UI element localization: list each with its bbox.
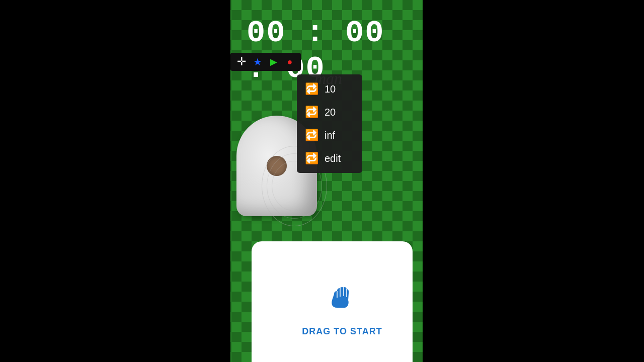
toolbar: ✛ ★ ▶ ●	[230, 53, 301, 71]
record-button[interactable]: ●	[283, 55, 297, 69]
repeat-icon-edit: 🔁	[305, 152, 318, 165]
repeat-icon-inf: 🔁	[305, 129, 318, 142]
right-black-panel	[423, 0, 644, 362]
move-icon: ✛	[237, 55, 246, 68]
play-icon: ▶	[270, 56, 277, 67]
lower-panel: DRAG TO START	[252, 241, 413, 362]
record-icon: ●	[287, 57, 293, 67]
menu-item-edit[interactable]: 🔁 edit	[297, 147, 362, 170]
star-button[interactable]: ★	[251, 55, 265, 69]
main-screen: 00 : 00 : 00 ✛ ★ ▶ ● man 🔁 10 🔁 20 🔁 inf	[221, 0, 423, 362]
hand-icon	[327, 285, 357, 321]
left-black-panel	[0, 0, 221, 362]
star-icon: ★	[253, 56, 262, 68]
repeat-icon-20: 🔁	[305, 106, 318, 119]
menu-item-20[interactable]: 🔁 20	[297, 101, 362, 124]
move-button[interactable]: ✛	[234, 55, 249, 69]
menu-label-edit: edit	[325, 153, 341, 164]
menu-label-20: 20	[325, 107, 336, 118]
menu-item-10[interactable]: 🔁 10	[297, 77, 362, 101]
repeat-icon-10: 🔁	[305, 82, 318, 96]
menu-label-inf: inf	[325, 130, 335, 141]
dropdown-menu: 🔁 10 🔁 20 🔁 inf 🔁 edit	[297, 74, 362, 173]
drag-to-start-label: DRAG TO START	[302, 326, 382, 337]
play-button[interactable]: ▶	[267, 55, 281, 69]
menu-label-10: 10	[325, 83, 336, 95]
drag-area[interactable]: DRAG TO START	[282, 285, 403, 337]
menu-item-inf[interactable]: 🔁 inf	[297, 124, 362, 147]
